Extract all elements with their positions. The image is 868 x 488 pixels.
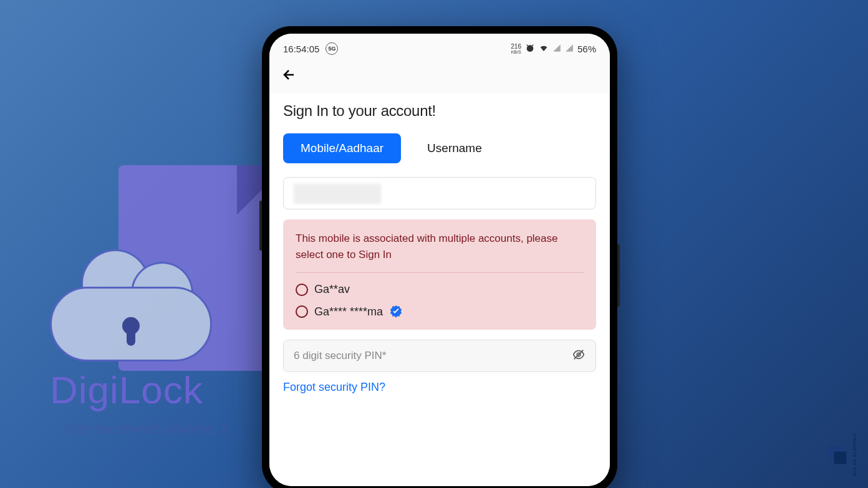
network-speed: 216 KB/S <box>511 44 521 54</box>
watermark-logo-icon <box>826 444 849 466</box>
brand-tagline: Your documents anytime, a <box>62 421 229 437</box>
tab-mobile-aadhaar[interactable]: Mobile/Aadhaar <box>283 133 401 163</box>
eye-off-icon[interactable] <box>572 348 586 365</box>
network-badge-icon: 5G <box>326 42 338 55</box>
auth-tabs: Mobile/Aadhaar Username <box>283 133 596 163</box>
multiple-accounts-alert: This mobile is associated with multiple … <box>283 219 596 330</box>
signal-icon-1 <box>552 44 561 54</box>
app-bar <box>269 59 610 93</box>
account-option-2[interactable]: Ga**** ****ma <box>296 305 584 318</box>
back-arrow-icon[interactable] <box>282 67 297 85</box>
battery-percent: 56% <box>577 44 596 54</box>
status-bar: 16:54:05 5G 216 KB/S <box>269 34 610 59</box>
radio-icon <box>296 284 308 296</box>
alarm-icon <box>525 43 535 55</box>
alert-message: This mobile is associated with multiple … <box>296 231 584 273</box>
signin-content: Sign In to your account! Mobile/Aadhaar … <box>269 93 610 486</box>
pin-placeholder: 6 digit security PIN* <box>294 350 386 362</box>
redacted-value <box>294 184 381 204</box>
forgot-pin-link[interactable]: Forgot security PIN? <box>283 381 596 394</box>
cloud-lock-icon <box>50 268 212 361</box>
page-title: Sign In to your account! <box>283 102 596 120</box>
wifi-icon <box>539 43 549 55</box>
verified-badge-icon <box>389 305 403 318</box>
brand-name: DigiLock <box>50 368 203 412</box>
status-time: 16:54:05 <box>283 44 319 54</box>
phone-frame: 16:54:05 5G 216 KB/S <box>262 26 617 488</box>
account-option-1[interactable]: Ga**av <box>296 283 584 296</box>
site-watermark: GADGETS TO USE <box>826 434 857 477</box>
svg-rect-4 <box>834 452 847 464</box>
watermark-text: GADGETS TO USE <box>852 434 857 477</box>
account-label: Ga**av <box>314 283 350 296</box>
tab-username[interactable]: Username <box>410 133 499 163</box>
account-label: Ga**** ****ma <box>314 305 383 318</box>
radio-icon <box>296 305 308 318</box>
signal-icon-2 <box>565 44 574 54</box>
mobile-aadhaar-input[interactable] <box>283 177 596 209</box>
security-pin-input[interactable]: 6 digit security PIN* <box>283 340 596 372</box>
